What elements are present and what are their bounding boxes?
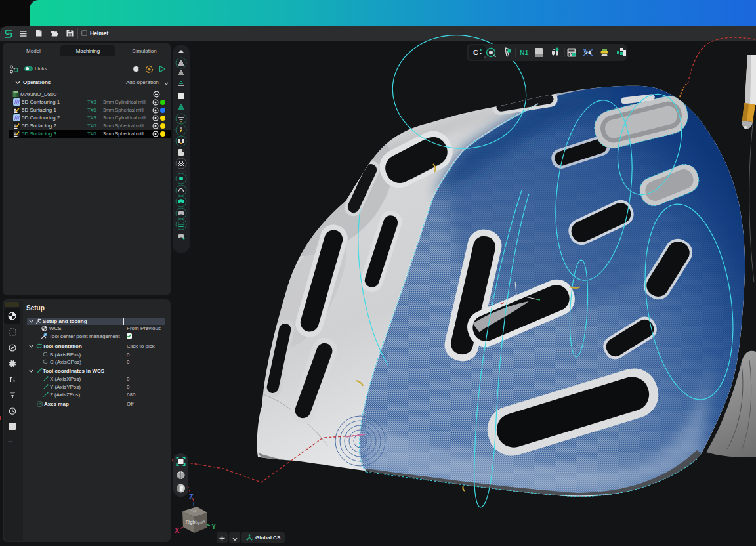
svg-text:C: C: [473, 49, 478, 56]
svg-text:X: X: [175, 526, 180, 534]
svg-text:Z: Z: [189, 493, 194, 501]
svg-text:Right: Right: [186, 520, 196, 525]
svg-text:A: A: [588, 50, 592, 56]
svg-text:N1: N1: [520, 49, 529, 56]
svg-text:Y: Y: [211, 522, 217, 530]
